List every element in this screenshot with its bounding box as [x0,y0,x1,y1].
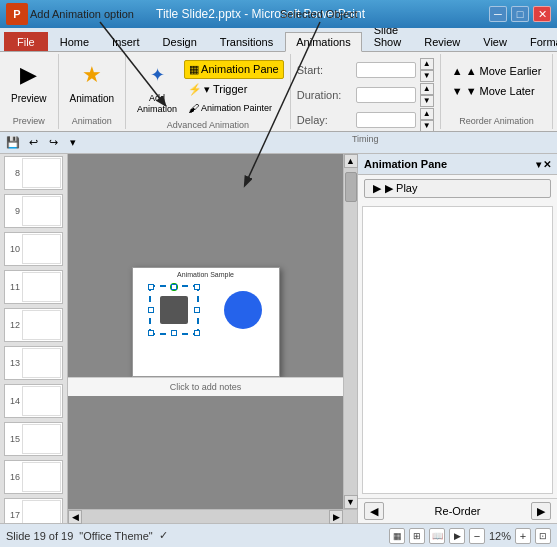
slide-thumb-16[interactable]: 16 [4,460,63,494]
reorder-group-label: Reorder Animation [459,116,534,127]
ribbon-group-advanced: ✦ AddAnimation ▦ Animation Pane ⚡ ▾ Trig… [126,54,291,129]
circle-object[interactable] [224,291,262,329]
tab-review[interactable]: Review [413,32,471,51]
add-animation-button[interactable]: ✦ AddAnimation [132,56,182,118]
quick-access-toolbar: 💾 ↩ ↪ ▾ [0,132,557,154]
slide-main: Animation Sample [132,267,280,377]
scroll-up-button[interactable]: ▲ [344,154,358,168]
status-right: ▦ ⊞ 📖 ▶ − 12% + ⊡ [389,528,551,544]
slide-thumb-img-12 [22,310,61,340]
tab-view[interactable]: View [472,32,518,51]
animation-pane-button[interactable]: ▦ Animation Pane [184,60,284,79]
fit-window-button[interactable]: ⊡ [535,528,551,544]
slide-num-17: 17 [6,510,20,520]
close-button[interactable]: ✕ [533,6,551,22]
slide-thumb-17[interactable]: 17 [4,498,63,523]
preview-label: Preview [11,93,47,105]
slide-thumb-img-10 [22,234,61,264]
add-animation-label: AddAnimation [137,93,177,115]
slide-position: Slide 19 of 19 [6,530,73,542]
undo-button[interactable]: ↩ [24,134,42,152]
slide-thumb-9[interactable]: 9 [4,194,63,228]
status-bar: Slide 19 of 19 "Office Theme" ✓ ▦ ⊞ 📖 ▶ … [0,523,557,547]
duration-spinner[interactable]: ▲ ▼ [420,83,434,107]
delay-input[interactable] [356,112,416,128]
animation-button[interactable]: ★ Animation [65,56,119,108]
slide-notes[interactable]: Click to add notes [68,377,343,396]
slide-content [133,281,279,339]
move-earlier-button[interactable]: ▲ ▲ Move Earlier [447,62,547,80]
ribbon-group-animation: ★ Animation Animation [59,54,126,129]
minimize-button[interactable]: ─ [489,6,507,22]
move-later-button[interactable]: ▼ ▼ Move Later [447,82,540,100]
view-slideshow-button[interactable]: ▶ [449,528,465,544]
slide-thumb-img-13 [22,348,61,378]
tab-animations[interactable]: Animations [285,32,361,52]
tab-home[interactable]: Home [49,32,100,51]
delay-row: Delay: ▲ ▼ [297,108,434,132]
animation-painter-button[interactable]: 🖌 Animation Painter [184,100,284,116]
slide-thumb-11[interactable]: 11 [4,270,63,304]
start-row: Start: ▲ ▼ [297,58,434,82]
trigger-icon: ⚡ [188,83,202,96]
view-normal-button[interactable]: ▦ [389,528,405,544]
slide-num-15: 15 [6,434,20,444]
duration-label: Duration: [297,89,352,101]
slide-thumb-8[interactable]: 8 [4,156,63,190]
zoom-level: 12% [487,530,513,542]
anim-pane-pin-button[interactable]: ▾ [536,159,541,170]
slide-thumb-img-16 [22,462,61,492]
delay-spinner[interactable]: ▲ ▼ [420,108,434,132]
zoom-out-button[interactable]: − [469,528,485,544]
reorder-left-button[interactable]: ◀ [364,502,384,520]
save-button[interactable]: 💾 [4,134,22,152]
h-scroll-right[interactable]: ▶ [329,510,343,524]
slide-thumb-15[interactable]: 15 [4,422,63,456]
more-button[interactable]: ▾ [64,134,82,152]
view-reading-button[interactable]: 📖 [429,528,445,544]
slide-thumb-10[interactable]: 10 [4,232,63,266]
duration-row: Duration: ▲ ▼ [297,83,434,107]
slide-thumb-img-14 [22,386,61,416]
vertical-scrollbar[interactable]: ▲ ▼ [343,154,357,509]
tab-insert[interactable]: Insert [101,32,151,51]
ribbon-group-preview: ▶ Preview Preview [0,54,59,129]
title-bar-text: Title Slide2.pptx - Microsoft PowerPoint [34,7,487,21]
reorder-right-button[interactable]: ▶ [531,502,551,520]
slide-num-13: 13 [6,358,20,368]
zoom-in-button[interactable]: + [515,528,531,544]
redo-button[interactable]: ↪ [44,134,62,152]
start-input[interactable] [356,62,416,78]
slide-num-9: 9 [6,206,20,216]
preview-button[interactable]: ▶ Preview [6,56,52,108]
slide-thumb-img-11 [22,272,61,302]
trigger-button[interactable]: ⚡ ▾ Trigger [184,81,284,98]
spell-check-icon[interactable]: ✓ [159,529,168,542]
slide-thumb-12[interactable]: 12 [4,308,63,342]
preview-group-label: Preview [13,116,45,127]
animation-play-button[interactable]: ▶ ▶ Play [364,179,551,198]
h-scroll-left[interactable]: ◀ [68,510,82,524]
tab-format[interactable]: Format [519,32,557,51]
tab-file[interactable]: File [4,32,48,51]
animation-pane: Animation Pane ▾ ✕ ▶ ▶ Play ◀ Re-Order ▶ [357,154,557,523]
duration-input[interactable] [356,87,416,103]
animation-pane-footer: ◀ Re-Order ▶ [358,498,557,523]
scroll-thumb[interactable] [345,172,357,202]
slide-panel[interactable]: 8 9 10 11 12 13 14 15 [0,154,68,523]
ribbon-group-timing: Start: ▲ ▼ Duration: ▲ ▼ Delay: ▲ [291,54,441,129]
slide-title: Animation Sample [133,268,279,281]
maximize-button[interactable]: □ [511,6,529,22]
slide-thumb-13[interactable]: 13 [4,346,63,380]
tab-transitions[interactable]: Transitions [209,32,284,51]
tab-design[interactable]: Design [152,32,208,51]
view-slide-sorter-button[interactable]: ⊞ [409,528,425,544]
selected-object[interactable] [149,285,199,335]
status-left: Slide 19 of 19 "Office Theme" ✓ [6,529,168,542]
start-spinner[interactable]: ▲ ▼ [420,58,434,82]
animation-label: Animation [70,93,114,105]
slide-num-11: 11 [6,282,20,292]
anim-pane-close-button[interactable]: ✕ [543,159,551,170]
slide-thumb-14[interactable]: 14 [4,384,63,418]
scroll-down-button[interactable]: ▼ [344,495,358,509]
